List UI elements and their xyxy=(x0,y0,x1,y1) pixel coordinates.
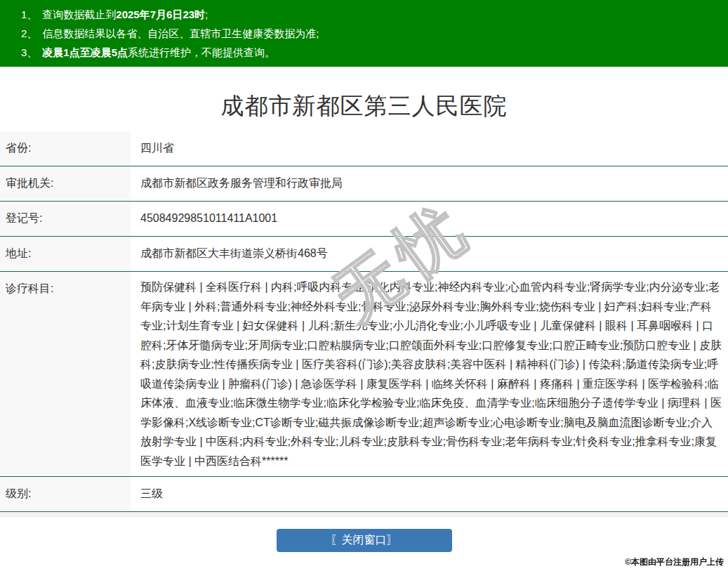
notice-text-bold: 凌晨1点至凌晨5点 xyxy=(42,46,128,58)
table-row-medical-subjects: 诊疗科目: 预防保健科 | 全科医疗科 | 内科;呼吸内科专业;消化内科专业;神… xyxy=(0,272,728,477)
notice-text: 查询数据截止到 xyxy=(42,8,116,20)
row-value: 成都市新都区政务服务管理和行政审批局 xyxy=(131,166,728,202)
upload-credit-text: ©本图由平台注册用户上传 xyxy=(625,556,724,568)
row-label: 诊疗科目: xyxy=(0,272,131,477)
table-row-province: 省份: 四川省 xyxy=(0,131,728,166)
notice-number: 2、 xyxy=(21,27,37,39)
row-value: 成都市新都区大丰街道崇义桥街468号 xyxy=(131,237,728,272)
notice-text: 信息数据结果以各省、自治区、直辖市卫生健康委数据为准; xyxy=(42,27,319,39)
hospital-info-table: 省份: 四川省 审批机关: 成都市新都区政务服务管理和行政审批局 登记号: 45… xyxy=(0,131,728,512)
row-value: 四川省 xyxy=(131,131,728,166)
notice-item-1: 1、查询数据截止到2025年7月6日23时; xyxy=(21,5,721,24)
row-label: 审批机关: xyxy=(0,166,131,202)
notice-number: 3、 xyxy=(21,46,37,58)
notice-text-bold: 2025年7月6日23时 xyxy=(116,8,205,20)
table-row-level: 级别: 三级 xyxy=(0,477,728,512)
notice-item-2: 2、信息数据结果以各省、自治区、直辖市卫生健康委数据为准; xyxy=(21,24,721,43)
button-row: 〖关闭窗口〗 xyxy=(0,529,728,552)
row-label: 登记号: xyxy=(0,202,131,237)
notice-item-3: 3、凌晨1点至凌晨5点系统进行维护，不能提供查询。 xyxy=(21,43,721,62)
notice-bar: 1、查询数据截止到2025年7月6日23时; 2、信息数据结果以各省、自治区、直… xyxy=(0,0,728,67)
close-window-button[interactable]: 〖关闭窗口〗 xyxy=(277,529,452,552)
notice-text: 系统进行维护，不能提供查询。 xyxy=(128,46,275,58)
table-row-registration-number: 登记号: 45084929851011411A1001 xyxy=(0,202,728,237)
row-label: 地址: xyxy=(0,237,131,272)
table-row-address: 地址: 成都市新都区大丰街道崇义桥街468号 xyxy=(0,237,728,272)
table-row-approval-authority: 审批机关: 成都市新都区政务服务管理和行政审批局 xyxy=(0,166,728,202)
row-label: 级别: xyxy=(0,477,131,512)
notice-text: ; xyxy=(205,8,208,20)
notice-number: 1、 xyxy=(21,8,37,20)
row-label: 省份: xyxy=(0,131,131,166)
row-value: 45084929851011411A1001 xyxy=(131,202,728,237)
row-value: 预防保健科 | 全科医疗科 | 内科;呼吸内科专业;消化内科专业;神经内科专业;… xyxy=(131,272,728,477)
hospital-name-title: 成都市新都区第三人民医院 xyxy=(0,67,728,120)
row-value: 三级 xyxy=(131,477,728,512)
table-bottom-strip xyxy=(0,512,728,518)
